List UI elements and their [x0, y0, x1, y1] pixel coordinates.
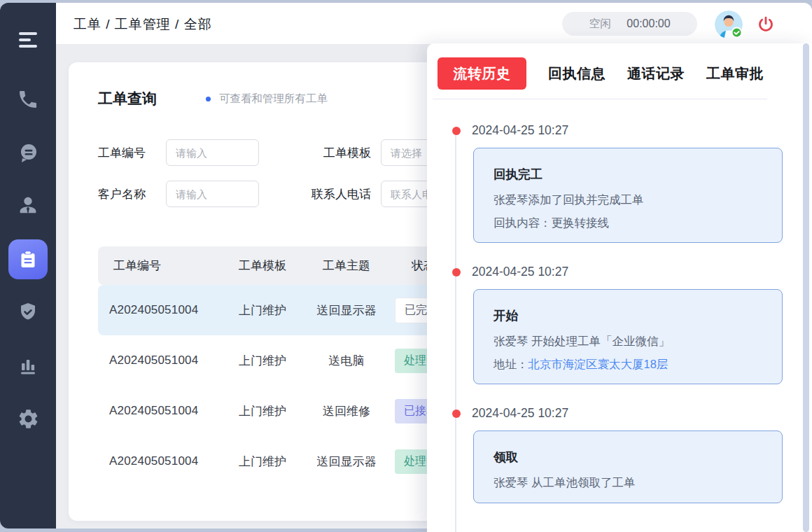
avatar[interactable]: [715, 10, 743, 38]
stats-icon[interactable]: [0, 355, 56, 377]
tab-order-approval[interactable]: 工单审批: [706, 64, 764, 83]
cell-subject: 送回维修: [301, 403, 392, 419]
cell-subject: 送回显示器: [301, 302, 392, 318]
tabs-divider: [433, 99, 767, 99]
cell-template: 上门维护: [224, 403, 301, 419]
field-label-template: 工单模板: [294, 145, 371, 161]
timeline-card-line: 地址：北京市海淀区寰太大厦18层: [493, 353, 762, 376]
cell-order-id: A202405051004: [98, 303, 224, 317]
power-icon[interactable]: [756, 15, 776, 34]
timeline-line: [455, 134, 456, 532]
breadcrumb: 工单 / 工单管理 / 全部: [74, 15, 212, 34]
top-header: 工单 / 工单管理 / 全部 空闲 00:00:00: [56, 3, 812, 45]
tab-circulation-history[interactable]: 流转历史: [438, 57, 526, 90]
cell-order-id: A202405051004: [98, 454, 224, 468]
detail-drawer: 流转历史 回执信息 通话记录 工单审批 2024-04-25 10:27 回执完…: [427, 43, 812, 532]
timeline-dot-icon: [452, 268, 461, 276]
page-title: 工单查询: [98, 89, 157, 108]
subtitle-dot-icon: [206, 97, 211, 102]
timeline-card-line: 张爱琴添加了回执并完成工单: [493, 188, 762, 211]
cell-template: 上门维护: [224, 353, 301, 369]
shield-icon[interactable]: [0, 301, 56, 323]
field-label-customer: 客户名称: [98, 186, 156, 202]
timeline-card-line: 张爱琴 开始处理工单「企业微信」: [493, 330, 762, 353]
panel-scrollbar[interactable]: [803, 43, 809, 532]
address-prefix: 地址：: [493, 358, 528, 370]
timeline-card: 领取 张爱琴 从工单池领取了工单: [473, 430, 783, 503]
col-header-template: 工单模板: [224, 258, 301, 274]
timeline-card-line: 张爱琴 从工单池领取了工单: [493, 471, 762, 494]
timeline-dot-icon: [452, 127, 461, 135]
cell-subject: 送电脑: [301, 353, 392, 369]
address-link[interactable]: 北京市海淀区寰太大厦18层: [528, 358, 668, 370]
tab-receipt-info[interactable]: 回执信息: [548, 64, 606, 83]
timeline-card-title: 开始: [493, 307, 762, 324]
cell-subject: 送回显示器: [301, 454, 392, 470]
order-id-input[interactable]: [166, 139, 259, 166]
timeline-dot-icon: [452, 410, 461, 418]
timeline-card-title: 领取: [493, 449, 762, 465]
cell-order-id: A202405051004: [98, 354, 224, 368]
timeline-card-title: 回执完工: [493, 166, 762, 183]
chat-icon[interactable]: [0, 141, 56, 164]
sidebar: [0, 3, 56, 528]
workorder-icon[interactable]: [8, 239, 48, 279]
contacts-icon[interactable]: [0, 193, 56, 217]
col-header-order-id: 工单编号: [98, 258, 224, 274]
timeline-card: 回执完工 张爱琴添加了回执并完成工单 回执内容：更换转接线: [473, 148, 783, 243]
cell-template: 上门维护: [224, 302, 301, 318]
col-header-subject: 工单主题: [301, 258, 392, 274]
menu-icon[interactable]: [0, 29, 56, 50]
timeline-card: 开始 张爱琴 开始处理工单「企业微信」 地址：北京市海淀区寰太大厦18层: [473, 289, 783, 384]
field-label-contact-phone: 联系人电话: [294, 186, 371, 202]
status-timer: 00:00:00: [626, 18, 670, 30]
customer-name-input[interactable]: [166, 181, 259, 207]
settings-icon[interactable]: [0, 407, 56, 430]
phone-icon[interactable]: [0, 88, 56, 111]
cell-order-id: A202405051004: [98, 404, 224, 418]
cell-template: 上门维护: [224, 454, 301, 470]
page-subtitle: 可查看和管理所有工单: [219, 92, 328, 106]
timeline-card-line: 回执内容：更换转接线: [493, 211, 762, 234]
timeline-date: 2024-04-25 10:27: [472, 265, 568, 279]
timeline-date: 2024-04-25 10:27: [472, 123, 568, 138]
agent-status-pill[interactable]: 空闲 00:00:00: [562, 12, 697, 36]
field-label-order-id: 工单编号: [98, 145, 156, 161]
status-label: 空闲: [589, 17, 611, 31]
drawer-tabs: 流转历史 回执信息 通话记录 工单审批: [438, 57, 764, 90]
timeline-date: 2024-04-25 10:27: [472, 406, 568, 421]
tab-call-records[interactable]: 通话记录: [627, 64, 685, 83]
